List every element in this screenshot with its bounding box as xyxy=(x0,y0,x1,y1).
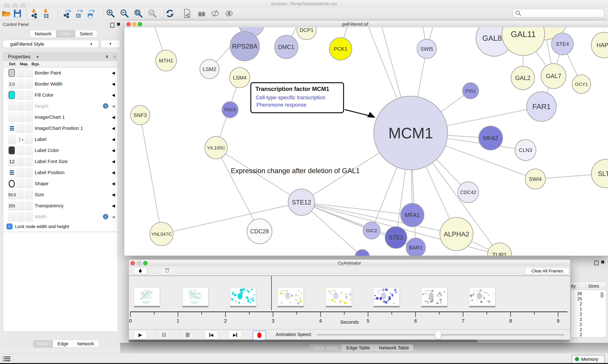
table-vertical-scrollbar[interactable] xyxy=(600,292,604,298)
frame-thumbnail-7[interactable] xyxy=(469,287,495,306)
property-row-label-color[interactable]: Label Color◀ xyxy=(3,145,117,156)
expand-arrow-icon[interactable]: ◀ xyxy=(112,126,115,131)
color-swatch[interactable] xyxy=(9,146,15,154)
hide-graphics-icon[interactable] xyxy=(210,8,220,18)
info-icon[interactable]: i xyxy=(103,103,108,109)
table-horizontal-scrollbar[interactable] xyxy=(129,340,570,342)
tab-style[interactable]: Style xyxy=(56,30,75,38)
table-tab-edge-table[interactable]: Edge Table xyxy=(342,344,375,351)
property-row-label[interactable]: ⋮›Label◀ xyxy=(3,134,117,145)
expand-arrow-icon[interactable]: ◀ xyxy=(112,203,115,208)
zoom-in-icon[interactable] xyxy=(105,8,116,18)
close-panel-icon[interactable]: ✖ xyxy=(117,22,121,27)
show-panels-button[interactable] xyxy=(2,354,13,363)
property-row-label-position[interactable]: Label Position◀ xyxy=(3,167,117,178)
expand-arrow-icon[interactable]: ◀ xyxy=(112,93,115,98)
table-cell[interactable]: 2 xyxy=(572,327,582,332)
export-network-icon[interactable] xyxy=(61,8,71,18)
property-row-width[interactable]: Widthi◀ xyxy=(3,211,117,223)
expand-arrow-icon[interactable]: ◀ xyxy=(112,137,115,142)
expand-arrow-icon[interactable]: ◀ xyxy=(112,192,115,197)
export-image-icon[interactable] xyxy=(85,8,95,18)
table-cell[interactable]: 2 xyxy=(572,301,582,306)
tab-network[interactable]: Network xyxy=(30,30,56,38)
playhead[interactable] xyxy=(271,276,272,310)
frame-thumbnail-1[interactable] xyxy=(182,287,208,306)
property-row-border-paint[interactable]: Border Paint◀ xyxy=(3,67,117,79)
show-graphics-icon[interactable] xyxy=(224,8,234,18)
float-panel-icon[interactable] xyxy=(110,23,114,27)
expand-arrow-icon[interactable]: ◀ xyxy=(112,159,115,164)
copy-network-icon[interactable] xyxy=(182,8,192,18)
node-table-header[interactable]: ity Stres xyxy=(571,282,606,290)
home-view-icon[interactable] xyxy=(196,8,207,18)
close-table-panel-icon[interactable]: ✖ xyxy=(601,259,605,265)
expand-arrow-icon[interactable]: ◀ xyxy=(112,214,115,219)
frame-thumbnail-6[interactable] xyxy=(421,287,447,306)
float-table-panel-icon[interactable] xyxy=(594,260,598,265)
save-session-icon[interactable] xyxy=(12,8,23,18)
open-session-icon[interactable] xyxy=(1,8,11,18)
property-row-height[interactable]: Heighti◀ xyxy=(3,101,117,112)
slider-thumb[interactable] xyxy=(435,330,441,339)
search-input[interactable] xyxy=(513,9,604,18)
expand-arrow-icon[interactable]: ◀ xyxy=(112,71,115,76)
property-row-transparency[interactable]: 255Transparency◀ xyxy=(3,200,117,212)
step-forward-button[interactable]: ▶ xyxy=(229,331,241,339)
frame-thumbnail-5[interactable] xyxy=(374,287,400,306)
delete-frame-button[interactable] xyxy=(161,268,174,274)
step-backward-button[interactable]: ◀ xyxy=(205,331,218,339)
table-cell[interactable]: 2 xyxy=(572,317,582,322)
table-cell[interactable]: 2 xyxy=(572,322,582,327)
node-purplecut[interactable] xyxy=(355,249,369,256)
record-button[interactable] xyxy=(252,331,266,340)
property-row-fill-color[interactable]: Fill Color◀ xyxy=(3,90,117,101)
annotation-link-2[interactable]: Pheromone response xyxy=(256,102,306,108)
frame-thumbnail-2[interactable] xyxy=(230,287,256,306)
zoom-fit-icon[interactable] xyxy=(133,8,143,18)
table-cell[interactable]: 2 xyxy=(572,332,582,337)
property-row-image-chart-1[interactable]: Image/Chart 1◀ xyxy=(3,112,117,123)
property-row-shape[interactable]: Shape◀ xyxy=(3,178,117,189)
annotation-link-1[interactable]: Cell-type-specific transcription xyxy=(256,95,325,101)
stop-button[interactable] xyxy=(181,331,194,339)
lock-dimensions-checkbox[interactable]: ✓ xyxy=(6,223,13,229)
expand-arrow-icon[interactable]: ◀ xyxy=(112,82,115,87)
scrollbar-thumb[interactable] xyxy=(129,340,477,342)
table-cell[interactable]: 26 xyxy=(572,291,582,296)
pause-button[interactable] xyxy=(158,331,170,339)
table-cell[interactable]: 1 xyxy=(572,307,582,312)
property-row-border-width[interactable]: 2.0Border Width◀ xyxy=(3,78,117,90)
expand-arrow-icon[interactable]: ◀ xyxy=(112,115,115,120)
property-row-label-font-size[interactable]: 12Label Font Size◀ xyxy=(3,156,117,167)
panel-tab-edge[interactable]: Edge xyxy=(53,340,73,347)
play-button[interactable]: ▶ xyxy=(134,331,147,339)
property-row-image-chart-position-1[interactable]: Image/Chart Position 1◀ xyxy=(3,123,117,134)
expand-arrow-icon[interactable]: ◀ xyxy=(112,104,115,109)
cyanimator-titlebar[interactable]: CyAnimator xyxy=(129,260,570,266)
info-icon[interactable]: i xyxy=(103,214,108,219)
import-table-icon[interactable] xyxy=(41,8,51,18)
expand-arrow-icon[interactable]: ◀ xyxy=(112,170,115,175)
clear-all-frames-button[interactable]: Clear All Frames xyxy=(525,268,569,274)
import-network-icon[interactable] xyxy=(29,8,39,18)
frame-thumbnail-3[interactable] xyxy=(278,287,304,306)
collapse-all-icon[interactable]: » xyxy=(111,55,117,58)
panel-tab-node[interactable]: Node xyxy=(33,340,53,347)
column-divider[interactable] xyxy=(585,283,586,288)
properties-header[interactable]: Properties ▾ » » xyxy=(3,52,117,61)
timeline[interactable]: 0123456789 Seconds xyxy=(129,276,570,329)
export-table-icon[interactable] xyxy=(73,8,83,18)
network-window-titlebar[interactable]: galFiltered.sif xyxy=(124,21,608,27)
memory-button[interactable]: Memory xyxy=(572,355,605,364)
table-tab-node-table[interactable]: Node Table xyxy=(309,344,342,351)
tab-select[interactable]: Select xyxy=(75,30,97,38)
color-swatch[interactable] xyxy=(9,69,15,77)
property-row-size[interactable]: 50.0Size◀ xyxy=(3,189,117,200)
table-tab-network-table[interactable]: Network Table xyxy=(375,344,414,351)
add-frame-button[interactable] xyxy=(134,268,147,274)
style-selector-dropdown[interactable]: galFiltered Style ▾ xyxy=(2,40,99,48)
expand-arrow-icon[interactable]: ◀ xyxy=(112,181,115,186)
style-options-button[interactable]: ▾ xyxy=(100,40,120,48)
expand-arrow-icon[interactable]: ◀ xyxy=(112,148,115,153)
